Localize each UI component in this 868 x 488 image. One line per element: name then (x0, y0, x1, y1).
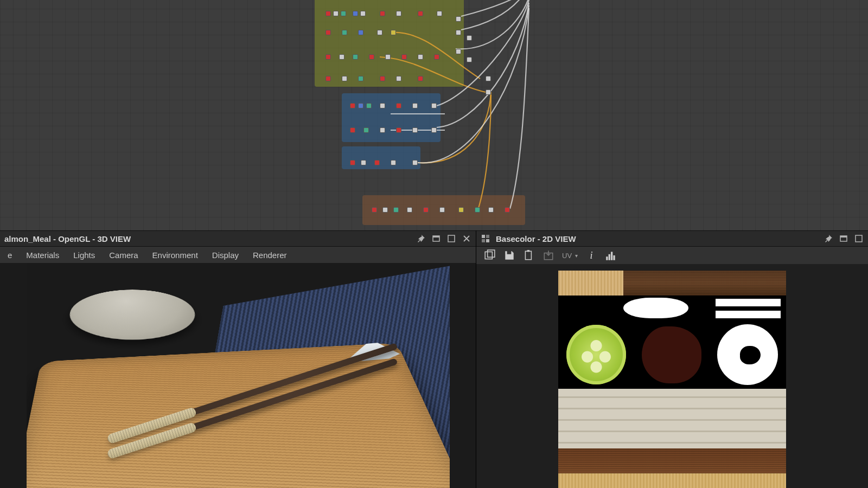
texture-atlas (558, 271, 786, 488)
svg-rect-13 (527, 250, 529, 252)
panel-title: almon_Meal - OpenGL - 3D VIEW (4, 234, 411, 243)
menu-item[interactable]: Materials (26, 251, 59, 260)
menu-item[interactable]: Lights (73, 251, 95, 260)
maximize-icon[interactable] (854, 234, 864, 243)
node-graph-viewport[interactable] (0, 0, 868, 230)
scene-bowl (65, 290, 199, 339)
menu-bar-3d: e Materials Lights Camera Environment Di… (0, 247, 476, 263)
maximize-icon[interactable] (446, 234, 456, 243)
svg-rect-5 (482, 239, 485, 242)
panel-3d-view: almon_Meal - OpenGL - 3D VIEW e Material… (0, 230, 476, 488)
paste-icon[interactable] (523, 249, 535, 261)
toolbar-2d: UV ▾ i (476, 247, 868, 264)
svg-rect-15 (606, 256, 608, 260)
svg-rect-9 (856, 235, 862, 242)
menu-item[interactable]: Camera (109, 251, 138, 260)
panel-header-2d: Basecolor - 2D VIEW (476, 230, 868, 247)
uv-label[interactable]: UV (562, 252, 572, 260)
menu-item[interactable]: e (8, 251, 12, 260)
svg-rect-18 (613, 255, 615, 260)
panel-title: Basecolor - 2D VIEW (496, 234, 818, 243)
save-in-folders-icon[interactable] (484, 249, 496, 261)
viewport-2d[interactable] (476, 264, 868, 488)
node-frame[interactable] (342, 146, 420, 169)
node-frame[interactable] (342, 93, 441, 142)
panel-type-icon[interactable] (481, 234, 490, 243)
svg-rect-8 (840, 236, 847, 237)
window-icon[interactable] (431, 234, 441, 243)
window-icon[interactable] (839, 234, 848, 243)
svg-rect-3 (482, 235, 485, 238)
export-icon[interactable] (542, 249, 554, 261)
viewport-3d[interactable] (0, 263, 476, 488)
svg-rect-4 (486, 235, 489, 238)
svg-rect-16 (609, 254, 610, 260)
menu-item[interactable]: Renderer (253, 251, 287, 260)
panel-2d-view: Basecolor - 2D VIEW UV ▾ i (476, 230, 868, 488)
pin-icon[interactable] (416, 234, 426, 243)
menu-item[interactable]: Display (212, 251, 239, 260)
svg-rect-10 (485, 252, 492, 259)
svg-rect-1 (433, 236, 439, 237)
svg-rect-6 (486, 239, 489, 242)
close-icon[interactable] (462, 234, 471, 243)
svg-rect-17 (611, 252, 612, 260)
info-icon[interactable]: i (585, 249, 597, 261)
menu-item[interactable]: Environment (152, 251, 198, 260)
svg-rect-2 (448, 235, 455, 242)
svg-rect-11 (488, 250, 495, 257)
histogram-icon[interactable] (605, 249, 617, 261)
panel-header-3d: almon_Meal - OpenGL - 3D VIEW (0, 230, 476, 247)
save-icon[interactable] (503, 249, 515, 261)
pin-icon[interactable] (824, 234, 833, 243)
svg-rect-12 (525, 251, 531, 259)
chevron-down-icon[interactable]: ▾ (575, 253, 578, 259)
